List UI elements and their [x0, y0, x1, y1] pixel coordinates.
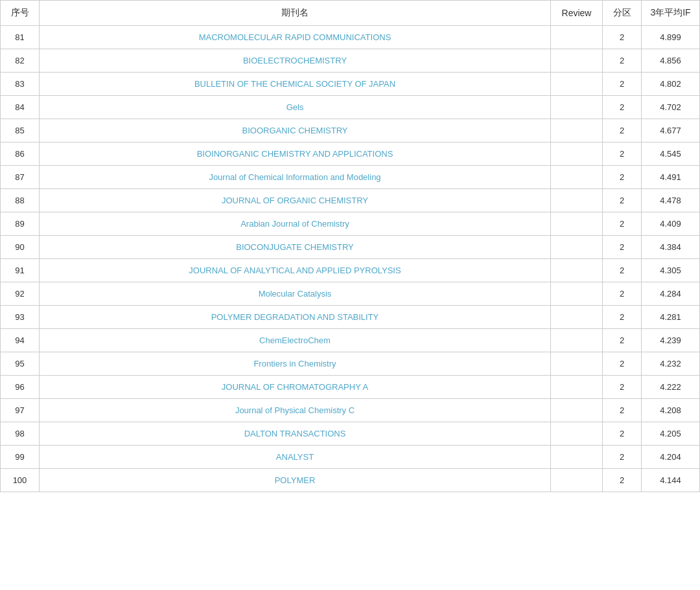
table-row: 92Molecular Catalysis24.284	[1, 282, 700, 306]
cell-seq: 90	[1, 236, 40, 259]
cell-seq: 81	[1, 26, 40, 49]
table-row: 95Frontiers in Chemistry24.232	[1, 352, 700, 376]
cell-zone: 2	[603, 352, 642, 376]
cell-seq: 95	[1, 352, 40, 376]
cell-review	[551, 189, 603, 212]
cell-zone: 2	[603, 329, 642, 352]
header-journal: 期刊名	[40, 1, 551, 26]
cell-journal: JOURNAL OF ORGANIC CHEMISTRY	[40, 189, 551, 212]
table-row: 87Journal of Chemical Information and Mo…	[1, 166, 700, 189]
cell-zone: 2	[603, 96, 642, 119]
header-if: 3年平均IF	[642, 1, 700, 26]
cell-zone: 2	[603, 73, 642, 96]
cell-if: 4.232	[642, 352, 700, 376]
cell-review	[551, 282, 603, 306]
cell-seq: 86	[1, 142, 40, 166]
table-row: 86BIOINORGANIC CHEMISTRY AND APPLICATION…	[1, 142, 700, 166]
cell-review	[551, 166, 603, 189]
cell-journal: Journal of Physical Chemistry C	[40, 399, 551, 422]
cell-seq: 84	[1, 96, 40, 119]
cell-journal: DALTON TRANSACTIONS	[40, 422, 551, 446]
cell-if: 4.305	[642, 259, 700, 282]
table-row: 89Arabian Journal of Chemistry24.409	[1, 212, 700, 236]
cell-if: 4.491	[642, 166, 700, 189]
cell-journal: Arabian Journal of Chemistry	[40, 212, 551, 236]
cell-seq: 94	[1, 329, 40, 352]
cell-if: 4.409	[642, 212, 700, 236]
cell-seq: 100	[1, 469, 40, 492]
cell-if: 4.284	[642, 282, 700, 306]
cell-review	[551, 399, 603, 422]
cell-zone: 2	[603, 189, 642, 212]
cell-review	[551, 469, 603, 492]
cell-journal: ChemElectroChem	[40, 329, 551, 352]
cell-if: 4.208	[642, 399, 700, 422]
cell-zone: 2	[603, 306, 642, 329]
cell-review	[551, 26, 603, 49]
cell-seq: 91	[1, 259, 40, 282]
cell-if: 4.677	[642, 119, 700, 142]
table-row: 96JOURNAL OF CHROMATOGRAPHY A24.222	[1, 376, 700, 399]
table-row: 83BULLETIN OF THE CHEMICAL SOCIETY OF JA…	[1, 73, 700, 96]
cell-zone: 2	[603, 282, 642, 306]
cell-review	[551, 446, 603, 469]
cell-journal: Gels	[40, 96, 551, 119]
main-container: 序号 期刊名 Review 分区 3年平均IF 81MACROMOLECULAR…	[0, 0, 700, 492]
journal-table: 序号 期刊名 Review 分区 3年平均IF 81MACROMOLECULAR…	[0, 0, 700, 492]
table-row: 100POLYMER24.144	[1, 469, 700, 492]
cell-seq: 98	[1, 422, 40, 446]
table-row: 98DALTON TRANSACTIONS24.205	[1, 422, 700, 446]
cell-review	[551, 422, 603, 446]
cell-review	[551, 73, 603, 96]
cell-review	[551, 376, 603, 399]
cell-journal: ANALYST	[40, 446, 551, 469]
cell-journal: BULLETIN OF THE CHEMICAL SOCIETY OF JAPA…	[40, 73, 551, 96]
cell-journal: Journal of Chemical Information and Mode…	[40, 166, 551, 189]
cell-review	[551, 306, 603, 329]
header-zone: 分区	[603, 1, 642, 26]
cell-journal: BIOELECTROCHEMISTRY	[40, 49, 551, 73]
table-body: 81MACROMOLECULAR RAPID COMMUNICATIONS24.…	[1, 26, 700, 492]
cell-if: 4.222	[642, 376, 700, 399]
cell-zone: 2	[603, 422, 642, 446]
cell-review	[551, 236, 603, 259]
cell-seq: 83	[1, 73, 40, 96]
cell-journal: BIOORGANIC CHEMISTRY	[40, 119, 551, 142]
cell-review	[551, 119, 603, 142]
cell-journal: POLYMER DEGRADATION AND STABILITY	[40, 306, 551, 329]
header-seq: 序号	[1, 1, 40, 26]
cell-seq: 89	[1, 212, 40, 236]
cell-zone: 2	[603, 446, 642, 469]
cell-journal: POLYMER	[40, 469, 551, 492]
cell-seq: 97	[1, 399, 40, 422]
cell-if: 4.856	[642, 49, 700, 73]
cell-journal: Frontiers in Chemistry	[40, 352, 551, 376]
cell-journal: JOURNAL OF CHROMATOGRAPHY A	[40, 376, 551, 399]
cell-zone: 2	[603, 259, 642, 282]
table-row: 94ChemElectroChem24.239	[1, 329, 700, 352]
cell-zone: 2	[603, 399, 642, 422]
cell-journal: JOURNAL OF ANALYTICAL AND APPLIED PYROLY…	[40, 259, 551, 282]
cell-if: 4.899	[642, 26, 700, 49]
table-row: 90BIOCONJUGATE CHEMISTRY24.384	[1, 236, 700, 259]
cell-seq: 96	[1, 376, 40, 399]
cell-if: 4.281	[642, 306, 700, 329]
cell-if: 4.802	[642, 73, 700, 96]
table-row: 91JOURNAL OF ANALYTICAL AND APPLIED PYRO…	[1, 259, 700, 282]
cell-if: 4.144	[642, 469, 700, 492]
cell-if: 4.384	[642, 236, 700, 259]
cell-seq: 93	[1, 306, 40, 329]
cell-if: 4.204	[642, 446, 700, 469]
cell-zone: 2	[603, 166, 642, 189]
cell-seq: 85	[1, 119, 40, 142]
cell-journal: MACROMOLECULAR RAPID COMMUNICATIONS	[40, 26, 551, 49]
cell-zone: 2	[603, 376, 642, 399]
cell-zone: 2	[603, 26, 642, 49]
table-row: 88JOURNAL OF ORGANIC CHEMISTRY24.478	[1, 189, 700, 212]
cell-review	[551, 352, 603, 376]
table-row: 93POLYMER DEGRADATION AND STABILITY24.28…	[1, 306, 700, 329]
table-row: 99ANALYST24.204	[1, 446, 700, 469]
cell-seq: 87	[1, 166, 40, 189]
cell-if: 4.205	[642, 422, 700, 446]
cell-review	[551, 142, 603, 166]
